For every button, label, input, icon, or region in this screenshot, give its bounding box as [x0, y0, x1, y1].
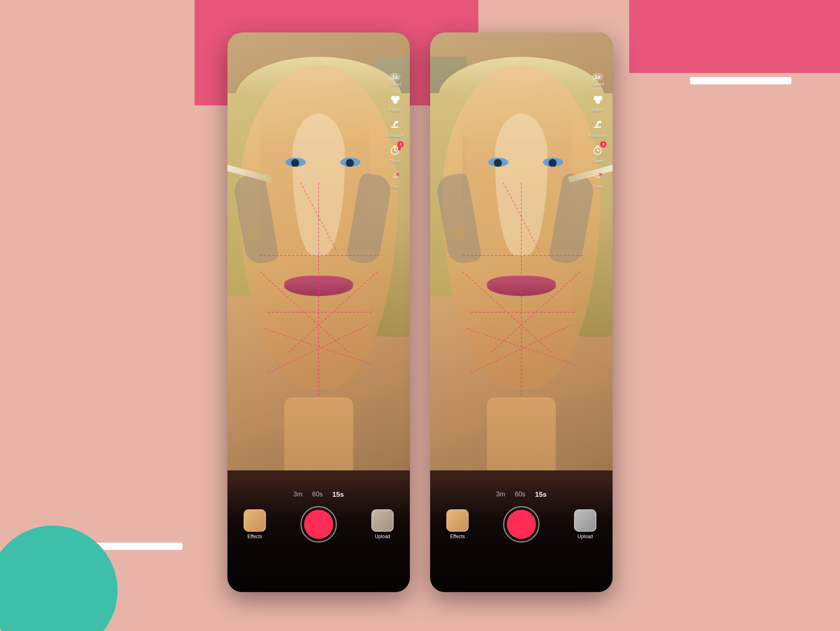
bottom-controls-right: 3m 60s 15s Effects Uploa [430, 479, 613, 592]
trim-label-right: Trim [593, 184, 602, 189]
timer-badge-left: 3 [397, 141, 404, 148]
svg-rect-33 [594, 127, 601, 128]
speed-label-right: Speed [591, 82, 604, 87]
right-phone: 1x Speed Filters [430, 32, 613, 592]
speed-badge-left: 1x [390, 73, 400, 81]
duration-60s-right[interactable]: 60s [515, 491, 525, 499]
upload-thumb-img-right [575, 510, 596, 531]
svg-point-35 [599, 121, 601, 123]
record-btn-inner-left [304, 510, 333, 539]
enhance-label-left: Enhance [386, 133, 404, 138]
enhance-label-right: Enhance [589, 133, 606, 138]
duration-15s-right[interactable]: 15s [535, 491, 546, 499]
upload-thumb-img-left [372, 510, 393, 531]
toolbar-left: 1x Speed Filters [386, 73, 404, 189]
duration-row-right: 3m 60s 15s [496, 491, 546, 499]
neck-right [487, 397, 556, 479]
effects-button-right[interactable]: Effects [446, 509, 469, 539]
filters-icon-right [590, 92, 605, 106]
svg-text:♫: ♫ [392, 172, 398, 180]
upload-button-right[interactable]: Upload [574, 509, 596, 539]
timer-icon-right: 3 [590, 143, 605, 157]
trim-icon-left: ♫ [388, 168, 402, 183]
duration-row-left: 3m 60s 15s [294, 491, 344, 499]
record-button-right[interactable] [503, 506, 540, 543]
effects-label-left: Effects [247, 534, 262, 539]
enhance-button-right[interactable]: Enhance [589, 117, 606, 138]
enhance-icon-right [590, 117, 605, 132]
duration-60s-left[interactable]: 60s [312, 491, 323, 499]
upload-thumbnail-left [371, 509, 394, 532]
trim-icon-right: ♫ [590, 168, 605, 183]
filters-label-right: Filters [591, 107, 604, 112]
record-row-left: Effects Upload [227, 506, 410, 543]
timer-badge-right: 3 [600, 141, 606, 148]
upload-label-right: Upload [577, 534, 593, 539]
duration-3m-right[interactable]: 3m [496, 491, 505, 499]
speed-label-left: Speed [388, 82, 401, 87]
phones-container: 1x Speed Filters [0, 32, 840, 592]
toolbar-right: 1x Speed Filters [589, 73, 606, 189]
trim-button-right[interactable]: ♫ Trim [590, 168, 605, 189]
speed-button-right[interactable]: 1x Speed [591, 73, 604, 87]
enhance-button-left[interactable]: Enhance [386, 117, 404, 138]
neck-left [284, 397, 353, 479]
filters-button-left[interactable]: Filters [388, 92, 402, 112]
effects-thumb-img-right [447, 510, 468, 531]
timer-button-left[interactable]: 3 Timer [388, 143, 402, 163]
filters-label-left: Filters [389, 107, 401, 112]
trim-label-left: Trim [390, 184, 399, 189]
record-button-left[interactable] [300, 506, 337, 543]
svg-point-10 [393, 99, 398, 104]
svg-point-13 [396, 121, 399, 123]
enhance-icon-left [388, 117, 402, 132]
svg-rect-11 [391, 127, 399, 128]
timer-label-right: Timer [592, 159, 603, 163]
svg-point-32 [596, 99, 600, 104]
speed-button-left[interactable]: 1x Speed [388, 73, 401, 87]
upload-label-left: Upload [375, 534, 390, 539]
left-phone: 1x Speed Filters [227, 32, 410, 592]
effects-thumbnail-left [244, 509, 266, 532]
trim-button-left[interactable]: ♫ Trim [388, 168, 402, 189]
svg-text:♫: ♫ [595, 172, 601, 180]
speed-badge-right: 1x [592, 73, 603, 81]
bottom-controls-left: 3m 60s 15s Effects Uploa [227, 479, 410, 592]
timer-icon-left: 3 [388, 143, 402, 157]
timer-button-right[interactable]: 3 Timer [590, 143, 605, 163]
duration-15s-left[interactable]: 15s [332, 491, 344, 499]
effects-thumbnail-right [446, 509, 469, 532]
upload-thumbnail-right [574, 509, 596, 532]
effects-label-right: Effects [450, 534, 465, 539]
timer-label-left: Timer [389, 159, 401, 163]
upload-button-left[interactable]: Upload [371, 509, 394, 539]
filters-button-right[interactable]: Filters [590, 92, 605, 112]
effects-thumb-img-left [244, 510, 265, 531]
record-btn-inner-right [507, 510, 536, 539]
filters-icon-left [388, 92, 402, 106]
duration-3m-left[interactable]: 3m [294, 491, 302, 499]
effects-button-left[interactable]: Effects [244, 509, 266, 539]
record-row-right: Effects Upload [430, 506, 613, 543]
